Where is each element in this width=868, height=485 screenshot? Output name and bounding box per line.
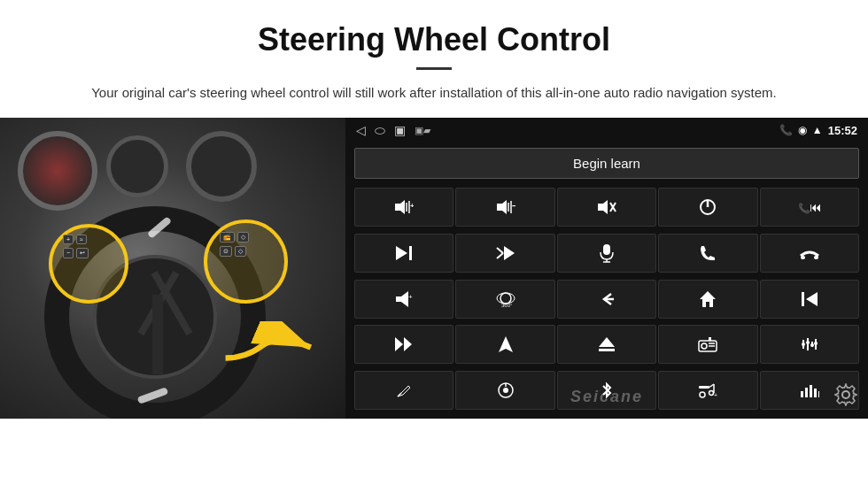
svg-text:360°: 360° <box>501 303 513 308</box>
page-title: Steering Wheel Control <box>71 21 797 58</box>
eq-btn[interactable] <box>760 325 859 364</box>
yellow-arrow <box>221 321 319 374</box>
content-row: + ≈ − ↩ 📻 ◇ <box>0 118 868 419</box>
svg-rect-25 <box>814 256 818 259</box>
svg-point-50 <box>814 342 818 345</box>
svg-point-39 <box>701 343 707 349</box>
svg-marker-35 <box>499 336 513 352</box>
call-prev-btn[interactable]: 📞⏮ <box>760 188 859 227</box>
horn-btn[interactable]: + <box>354 280 453 319</box>
svg-point-47 <box>802 343 805 346</box>
home-nav-btn[interactable]: ⬭ <box>375 123 385 138</box>
gauge-right <box>186 131 257 202</box>
status-right: 📞 ◉ ▲ 15:52 <box>779 124 857 137</box>
svg-point-58 <box>700 392 705 397</box>
svg-rect-61 <box>801 391 803 397</box>
steering-wheel-bg: + ≈ − ↩ 📻 ◇ <box>0 118 345 419</box>
svg-marker-31 <box>806 292 818 306</box>
next-track-btn[interactable] <box>354 234 453 273</box>
pen-btn[interactable] <box>354 371 453 410</box>
time-display: 15:52 <box>828 124 857 137</box>
wifi-icon: ▲ <box>812 124 823 136</box>
android-screen: ◁ ⬭ ▣ ▣▰ 📞 ◉ ▲ 15:52 Begin learn <box>345 118 868 419</box>
svg-marker-9 <box>598 200 608 214</box>
hang-up-btn[interactable] <box>760 234 859 273</box>
controls-grid: + − 📞⏮ <box>345 184 868 419</box>
skip-btn[interactable] <box>455 234 554 273</box>
vol-up-btn[interactable]: + <box>354 188 453 227</box>
recent-nav-btn[interactable]: ▣ <box>394 123 406 137</box>
svg-marker-34 <box>404 337 412 351</box>
svg-text:+: + <box>410 202 414 210</box>
mic-btn[interactable] <box>557 234 656 273</box>
begin-learn-button[interactable]: Begin learn <box>354 148 859 179</box>
svg-rect-21 <box>603 244 610 255</box>
highlight-circle-left: + ≈ − ↩ <box>49 224 128 304</box>
svg-rect-17 <box>409 246 412 260</box>
music-btn[interactable]: + <box>658 371 757 410</box>
location-icon: ◉ <box>798 124 807 136</box>
svg-rect-42 <box>709 337 711 341</box>
gauge-center <box>106 135 168 197</box>
svg-marker-1 <box>395 200 405 214</box>
begin-learn-row: Begin learn <box>345 142 868 184</box>
svg-marker-33 <box>395 337 403 351</box>
page-container: Steering Wheel Control Your original car… <box>0 0 868 419</box>
svg-line-18 <box>497 248 503 253</box>
mute-btn[interactable] <box>557 188 656 227</box>
back-nav-btn[interactable]: ◁ <box>356 123 366 137</box>
eject-btn[interactable] <box>557 325 656 364</box>
svg-rect-63 <box>810 385 812 397</box>
svg-marker-16 <box>396 246 407 260</box>
svg-point-49 <box>810 343 814 347</box>
svg-rect-24 <box>801 256 805 259</box>
sw-spoke-bottom <box>152 295 163 374</box>
svg-rect-64 <box>814 389 817 397</box>
camera-360-btn[interactable]: 360° <box>455 280 554 319</box>
svg-marker-5 <box>497 200 507 214</box>
bluetooth-btn[interactable] <box>557 371 656 410</box>
svg-marker-30 <box>700 291 716 307</box>
svg-rect-32 <box>802 292 804 306</box>
prev-track-btn[interactable] <box>760 280 859 319</box>
highlight-circle-right: 📻 ◇ ⊙ ◇ <box>204 219 288 304</box>
svg-rect-37 <box>599 349 615 351</box>
svg-point-59 <box>709 391 714 396</box>
svg-text:⏮: ⏮ <box>810 200 821 214</box>
fast-forward-btn[interactable] <box>354 325 453 364</box>
svg-point-48 <box>806 341 810 344</box>
svg-text:📞: 📞 <box>798 202 810 214</box>
svg-point-66 <box>842 391 849 398</box>
radio-btn[interactable] <box>658 325 757 364</box>
photo-section: + ≈ − ↩ 📻 ◇ <box>0 118 345 419</box>
svg-text:+: + <box>714 392 717 398</box>
svg-line-19 <box>497 253 503 258</box>
title-divider <box>416 67 452 70</box>
subtitle-text: Your original car's steering wheel contr… <box>71 82 797 104</box>
svg-text:+: + <box>408 293 413 301</box>
phone-btn[interactable] <box>658 234 757 273</box>
status-bar: ◁ ⬭ ▣ ▣▰ 📞 ◉ ▲ 15:52 <box>345 118 868 142</box>
navigate-btn[interactable] <box>455 325 554 364</box>
svg-rect-65 <box>818 391 819 397</box>
call-icon: 📞 <box>779 124 793 136</box>
home-btn[interactable] <box>658 280 757 319</box>
svg-marker-36 <box>599 337 615 347</box>
gauge-left <box>18 131 97 211</box>
svg-rect-62 <box>805 388 808 397</box>
back-btn[interactable] <box>557 280 656 319</box>
header-section: Steering Wheel Control Your original car… <box>0 0 868 118</box>
svg-marker-20 <box>504 246 515 260</box>
sim-icon: ▣▰ <box>415 125 430 136</box>
svg-point-53 <box>503 388 508 393</box>
dial-btn[interactable] <box>455 371 554 410</box>
status-left: ◁ ⬭ ▣ ▣▰ <box>356 123 430 138</box>
svg-rect-55 <box>699 386 709 389</box>
power-btn[interactable] <box>658 188 757 227</box>
settings-gear-btn[interactable] <box>834 383 857 412</box>
vol-down-btn[interactable]: − <box>455 188 554 227</box>
svg-text:−: − <box>512 201 515 211</box>
